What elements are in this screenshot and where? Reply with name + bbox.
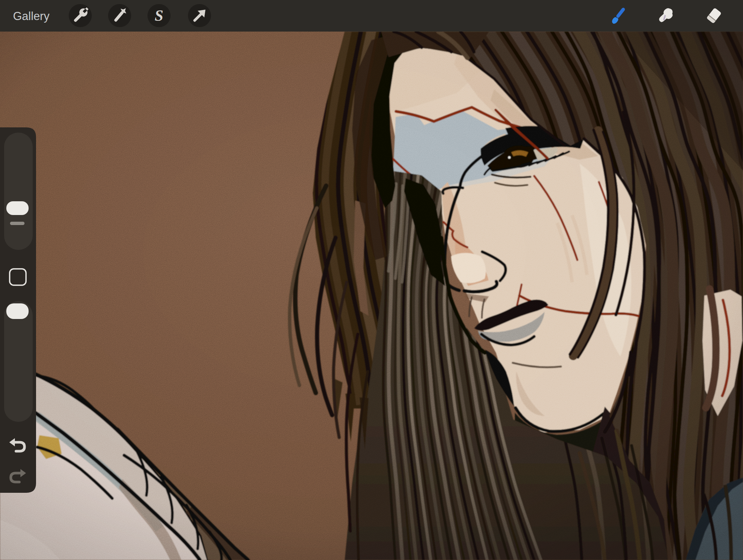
svg-text:S: S bbox=[155, 7, 163, 24]
svg-text:Gallery: Gallery bbox=[13, 10, 50, 23]
